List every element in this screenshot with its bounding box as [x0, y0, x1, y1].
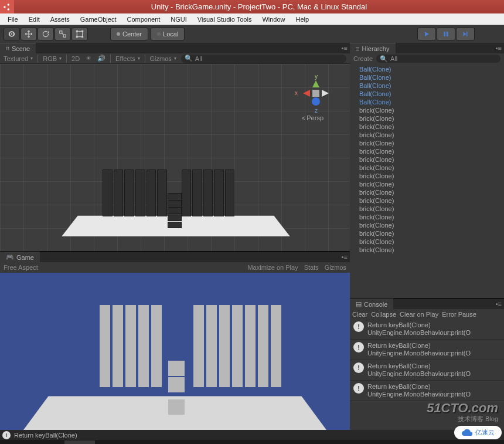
game-tab[interactable]: 🎮 Game: [0, 252, 40, 262]
step-button[interactable]: [456, 28, 475, 40]
svg-point-2: [8, 8, 9, 10]
scene-view[interactable]: y x z ≤ Persp: [0, 64, 350, 251]
status-message: Return keyBall(Clone): [14, 432, 77, 439]
scene-tab[interactable]: ⌗ Scene: [0, 43, 36, 53]
game-gizmos[interactable]: Gizmos: [325, 264, 346, 271]
scene-search[interactable]: 🔍All: [181, 55, 346, 63]
menu-edit[interactable]: Edit: [23, 15, 45, 24]
clear-button[interactable]: Clear: [352, 311, 367, 318]
task-browser[interactable]: [128, 440, 158, 444]
task-vs[interactable]: [96, 440, 127, 444]
task-unity[interactable]: [64, 440, 95, 444]
hierarchy-item[interactable]: brick(Clone): [350, 114, 504, 123]
game-tab-header: 🎮 Game ▪≡: [0, 252, 350, 262]
menu-file[interactable]: File: [2, 15, 23, 24]
menu-window[interactable]: Window: [257, 15, 290, 24]
log-entry[interactable]: !Return keyBall(Clone)UnityEngine.MonoBe…: [350, 360, 504, 381]
log-info-icon: !: [353, 342, 364, 353]
audio-icon[interactable]: 🔊: [97, 55, 105, 62]
svg-point-10: [82, 36, 83, 38]
hierarchy-item[interactable]: Ball(Clone): [350, 98, 504, 106]
hierarchy-item[interactable]: brick(Clone): [350, 229, 504, 238]
statusbar: ! Return keyBall(Clone): [0, 430, 504, 440]
render-mode[interactable]: RGB: [43, 55, 62, 62]
effects-dropdown[interactable]: Effects: [115, 55, 139, 62]
game-context-menu[interactable]: ▪≡: [339, 253, 348, 260]
hierarchy-item[interactable]: brick(Clone): [350, 147, 504, 155]
aspect-dropdown[interactable]: Free Aspect: [4, 264, 38, 271]
hierarchy-item[interactable]: brick(Clone): [350, 246, 504, 254]
hand-tool[interactable]: [4, 28, 20, 40]
hierarchy-item[interactable]: brick(Clone): [350, 213, 504, 221]
rect-tool[interactable]: [71, 28, 88, 40]
clear-on-play-toggle[interactable]: Clear on Play: [400, 311, 438, 318]
stats-toggle[interactable]: Stats: [304, 264, 319, 271]
watermark: 51CTO.com: [427, 401, 498, 416]
maximize-toggle[interactable]: Maximize on Play: [247, 264, 298, 271]
move-tool[interactable]: [21, 28, 37, 40]
shading-mode[interactable]: Textured: [4, 55, 33, 62]
hierarchy-item[interactable]: brick(Clone): [350, 139, 504, 147]
hierarchy-icon: ≡: [356, 45, 359, 52]
svg-rect-6: [77, 31, 82, 36]
menu-help[interactable]: Help: [291, 15, 315, 24]
menu-component[interactable]: Component: [121, 15, 165, 24]
cloud-tag: 亿速云: [454, 426, 502, 439]
hierarchy-item[interactable]: brick(Clone): [350, 155, 504, 164]
hierarchy-tab[interactable]: ≡ Hierarchy: [350, 43, 396, 53]
taskbar: [0, 440, 504, 444]
svg-rect-5: [63, 35, 66, 37]
hierarchy-search[interactable]: 🔍All: [376, 55, 500, 63]
hierarchy-item[interactable]: Ball(Clone): [350, 90, 504, 98]
hierarchy-item[interactable]: Ball(Clone): [350, 73, 504, 82]
scene-context-menu[interactable]: ▪≡: [339, 45, 348, 52]
hierarchy-item[interactable]: brick(Clone): [350, 221, 504, 229]
menu-assets[interactable]: Assets: [45, 15, 75, 24]
task-app1[interactable]: [33, 440, 63, 444]
log-entry[interactable]: !Return keyBall(Clone)UnityEngine.MonoBe…: [350, 381, 504, 401]
hierarchy-list[interactable]: Ball(Clone)Ball(Clone)Ball(Clone)Ball(Cl…: [350, 64, 504, 298]
hierarchy-item[interactable]: brick(Clone): [350, 123, 504, 131]
console-tab[interactable]: ▤ Console: [350, 299, 393, 309]
play-button[interactable]: [417, 28, 436, 40]
gizmos-dropdown[interactable]: Gizmos: [150, 55, 176, 62]
hierarchy-item[interactable]: brick(Clone): [350, 164, 504, 172]
light-icon[interactable]: ☀: [84, 55, 93, 62]
pivot-local[interactable]: Local: [151, 28, 185, 40]
hierarchy-item[interactable]: brick(Clone): [350, 188, 504, 196]
console-context-menu[interactable]: ▪≡: [493, 300, 502, 307]
rotate-tool[interactable]: [38, 28, 54, 40]
error-pause-toggle[interactable]: Error Pause: [442, 311, 476, 318]
pivot-center[interactable]: Center: [110, 28, 148, 40]
create-dropdown[interactable]: Create: [353, 55, 373, 62]
svg-point-8: [82, 30, 83, 32]
hierarchy-item[interactable]: brick(Clone): [350, 180, 504, 188]
hierarchy-item[interactable]: brick(Clone): [350, 106, 504, 114]
hierarchy-item[interactable]: brick(Clone): [350, 172, 504, 180]
hierarchy-item[interactable]: brick(Clone): [350, 205, 504, 213]
svg-point-17: [312, 97, 320, 106]
menu-vstools[interactable]: Visual Studio Tools: [192, 15, 257, 24]
hierarchy-item[interactable]: Ball(Clone): [350, 65, 504, 73]
hierarchy-item[interactable]: Ball(Clone): [350, 82, 504, 90]
scale-tool[interactable]: [55, 28, 71, 40]
task-qq[interactable]: [159, 440, 190, 444]
game-view[interactable]: [0, 273, 350, 430]
hierarchy-item[interactable]: brick(Clone): [350, 238, 504, 246]
svg-point-0: [4, 6, 5, 8]
svg-marker-15: [303, 90, 310, 97]
hierarchy-item[interactable]: brick(Clone): [350, 196, 504, 205]
start-button[interactable]: [1, 440, 32, 444]
menu-ngui[interactable]: NGUI: [165, 15, 192, 24]
scene-gizmo[interactable]: y x z ≤ Persp: [298, 76, 333, 123]
hierarchy-context-menu[interactable]: ▪≡: [493, 45, 502, 52]
ubuntu-icon: [0, 0, 14, 13]
menu-gameobject[interactable]: GameObject: [75, 15, 122, 24]
svg-point-1: [8, 4, 9, 5]
collapse-toggle[interactable]: Collapse: [371, 311, 396, 318]
hierarchy-item[interactable]: brick(Clone): [350, 131, 504, 139]
pause-button[interactable]: [437, 28, 455, 40]
2d-toggle[interactable]: 2D: [71, 55, 80, 62]
log-entry[interactable]: !Return keyBall(Clone)UnityEngine.MonoBe…: [350, 319, 504, 340]
log-entry[interactable]: !Return keyBall(Clone)UnityEngine.MonoBe…: [350, 340, 504, 360]
